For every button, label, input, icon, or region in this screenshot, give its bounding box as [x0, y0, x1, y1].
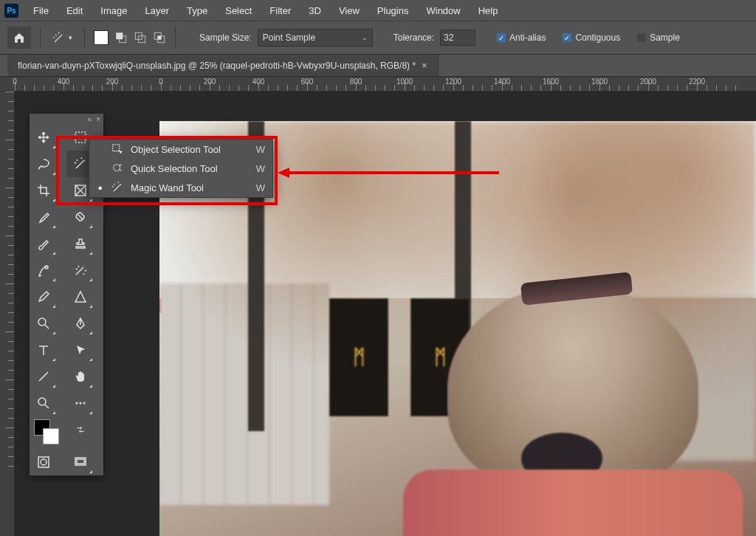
- divider: [84, 27, 85, 49]
- flyout-item-label: Magic Wand Tool: [131, 182, 249, 193]
- menu-filter[interactable]: Filter: [262, 2, 298, 19]
- zoom-tool[interactable]: [30, 390, 58, 416]
- background-color[interactable]: [43, 428, 59, 444]
- screen-mode-button[interactable]: [66, 449, 94, 475]
- marquee-tool-icon: [74, 131, 87, 144]
- lasso-tool[interactable]: [30, 151, 58, 177]
- zoom-lens-tool[interactable]: [30, 310, 58, 337]
- type-tool[interactable]: [30, 337, 58, 363]
- frame-tool-icon: [74, 184, 87, 197]
- stamp-tool[interactable]: [66, 230, 94, 257]
- anti-alias-checkbox[interactable]: ✓ Anti-alias: [496, 32, 546, 43]
- chevron-down-icon: ⌄: [362, 34, 368, 41]
- pen-tool-icon: [74, 317, 87, 330]
- magic-wand-icon: [111, 182, 123, 193]
- svg-rect-15: [38, 457, 49, 467]
- close-tab-icon[interactable]: ×: [422, 60, 427, 71]
- flyout-item-magic-wand[interactable]: ■Magic Wand ToolW: [89, 178, 272, 197]
- patch-tool-icon: [74, 210, 87, 224]
- brush-tool[interactable]: [30, 230, 58, 257]
- divider: [175, 27, 176, 49]
- pen-tool[interactable]: [66, 310, 94, 337]
- home-button[interactable]: [7, 27, 31, 49]
- type-tool-icon: [37, 343, 50, 357]
- flyout-item-label: Object Selection Tool: [131, 144, 249, 155]
- menu-bar: Ps File Edit Image Layer Type Select Fil…: [0, 0, 756, 21]
- swap-colors-button[interactable]: [66, 416, 94, 443]
- document-tab-title: florian-van-duyn-pXToxwjqliQ-unsplash.jp…: [18, 61, 416, 71]
- menu-file[interactable]: File: [26, 2, 56, 19]
- move-tool-icon: [37, 131, 50, 144]
- menu-select[interactable]: Select: [218, 2, 259, 19]
- flyout-item-object-select[interactable]: Object Selection ToolW: [89, 140, 272, 159]
- sample-size-select[interactable]: Point Sample ⌄: [258, 29, 373, 47]
- flyout-item-shortcut: W: [256, 144, 265, 155]
- eyedropper-tool[interactable]: [30, 204, 58, 230]
- hand-tool-icon: [74, 370, 87, 383]
- options-bar: ▾ Sample Size: Point Sample ⌄ Tolerance:…: [0, 21, 756, 55]
- flyout-item-quick-select[interactable]: Quick Selection ToolW: [89, 159, 272, 178]
- menu-type[interactable]: Type: [179, 2, 215, 19]
- spot-heal-tool[interactable]: [30, 257, 58, 284]
- svg-point-11: [38, 398, 46, 405]
- home-icon: [13, 32, 25, 44]
- add-selection-icon[interactable]: [114, 31, 128, 44]
- line-tool-icon: [37, 370, 50, 383]
- move-tool[interactable]: [30, 124, 58, 151]
- contiguous-checkbox[interactable]: ✓ Contiguous: [562, 32, 620, 43]
- quick-mask-button[interactable]: [30, 449, 58, 475]
- svg-point-16: [41, 459, 47, 465]
- menu-view[interactable]: View: [331, 2, 367, 19]
- menu-edit[interactable]: Edit: [59, 2, 90, 19]
- toolbox-collapse-icon[interactable]: «: [88, 115, 92, 123]
- intersect-selection-icon[interactable]: [153, 31, 166, 44]
- selection-mode-group: [94, 30, 166, 45]
- menu-window[interactable]: Window: [419, 2, 467, 19]
- shape-tool[interactable]: [66, 284, 94, 310]
- subtract-selection-icon[interactable]: [134, 31, 147, 44]
- workspace: ᛗ ᛗ « × Object Selection ToolWQuick Sele…: [0, 92, 756, 536]
- pencil-tool-icon: [37, 290, 50, 303]
- menu-image[interactable]: Image: [93, 2, 134, 19]
- foreground-background-swatch[interactable]: [30, 416, 66, 449]
- pencil-tool[interactable]: [30, 284, 58, 310]
- select-tool[interactable]: [66, 337, 94, 363]
- menu-help[interactable]: Help: [471, 2, 506, 19]
- new-selection-button[interactable]: [94, 30, 109, 45]
- lasso-tool-icon: [37, 157, 50, 171]
- svg-rect-18: [77, 459, 84, 464]
- check-icon: [636, 32, 647, 43]
- ruler-vertical: [0, 92, 15, 536]
- sample-all-label: Sample: [650, 32, 680, 43]
- brush-tool-icon: [37, 237, 50, 250]
- toolbox-close-icon[interactable]: ×: [96, 115, 100, 123]
- tool-flyout-menu: Object Selection ToolWQuick Selection To…: [89, 139, 273, 198]
- menu-layer[interactable]: Layer: [138, 2, 177, 19]
- anti-alias-label: Anti-alias: [509, 32, 546, 43]
- divider: [40, 27, 41, 49]
- current-tool-indicator[interactable]: ▾: [49, 31, 75, 44]
- select-tool-icon: [74, 343, 87, 357]
- menu-plugins[interactable]: Plugins: [370, 2, 416, 19]
- canvas-area[interactable]: ᛗ ᛗ « × Object Selection ToolWQuick Sele…: [15, 92, 756, 536]
- glitter-tool[interactable]: [66, 257, 94, 284]
- document-tab[interactable]: florian-van-duyn-pXToxwjqliQ-unsplash.jp…: [7, 55, 439, 76]
- patch-tool[interactable]: [66, 204, 94, 230]
- hand-tool[interactable]: [66, 363, 94, 390]
- app-logo: Ps: [4, 4, 18, 18]
- flyout-item-shortcut: W: [256, 182, 265, 193]
- magic-wand-icon: [52, 31, 66, 44]
- sample-all-checkbox[interactable]: Sample: [636, 32, 680, 43]
- tolerance-input[interactable]: [440, 30, 475, 46]
- check-icon: ✓: [562, 32, 572, 43]
- zoom-lens-tool-icon: [37, 317, 50, 330]
- line-tool[interactable]: [30, 363, 58, 390]
- document-tab-bar: florian-van-duyn-pXToxwjqliQ-unsplash.jp…: [0, 55, 756, 77]
- more-tool[interactable]: [66, 390, 94, 416]
- crop-tool[interactable]: [30, 177, 58, 204]
- svg-point-12: [76, 402, 78, 405]
- svg-point-14: [83, 402, 86, 405]
- toolbox-header: « ×: [30, 114, 103, 124]
- svg-point-20: [114, 165, 120, 171]
- menu-3d[interactable]: 3D: [301, 2, 329, 19]
